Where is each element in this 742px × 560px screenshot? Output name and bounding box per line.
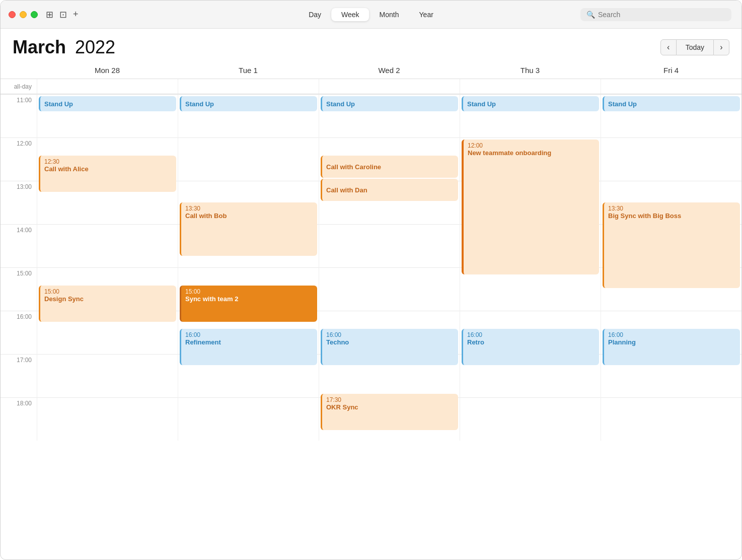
event-okr[interactable]: 17:30 OKR Sync	[321, 394, 458, 430]
mon-slot-4	[37, 224, 178, 267]
search-bar: 🔍	[580, 8, 731, 21]
time-1400: 14:00	[1, 224, 37, 267]
search-icon: 🔍	[586, 11, 595, 19]
titlebar-icons: ⊞ ⊡ +	[46, 9, 79, 20]
allday-label: all-day	[1, 79, 37, 94]
allday-thu	[460, 79, 601, 94]
close-button[interactable]	[9, 11, 16, 18]
allday-tue	[178, 79, 319, 94]
event-retro[interactable]: 16:00 Retro	[462, 329, 599, 365]
calendar-icon[interactable]: ⊞	[46, 9, 53, 20]
event-standup-fri[interactable]: Stand Up	[603, 96, 740, 111]
prev-button[interactable]: ‹	[660, 39, 677, 55]
event-bigboss[interactable]: 13:30 Big Sync with Big Boss	[603, 202, 740, 288]
allday-row: all-day	[1, 79, 741, 94]
fri-slot-8	[601, 397, 741, 441]
event-new-teammate[interactable]: 12:00 New teammate onboarding	[462, 139, 599, 274]
time-1600: 16:00	[1, 311, 37, 354]
month-label: March	[13, 37, 66, 57]
search-input[interactable]	[598, 11, 725, 19]
allday-wed	[319, 79, 460, 94]
calendar-header: March 2022 ‹ Today ›	[1, 29, 741, 62]
event-techno[interactable]: 16:00 Techno	[321, 329, 458, 365]
tab-day[interactable]: Day	[299, 8, 331, 21]
time-1100: 11:00	[1, 94, 37, 137]
wed-slot-5	[319, 267, 460, 311]
today-button[interactable]: Today	[677, 39, 713, 55]
day-column-fri: Stand Up 13:30 Big Sync with Big Boss 16…	[601, 94, 741, 441]
day-header-mon: Mon 28	[37, 62, 178, 79]
day-column-thu: Stand Up 12:00 New teammate onboarding 1…	[460, 94, 601, 441]
event-standup-wed[interactable]: Stand Up	[321, 96, 458, 111]
event-dan[interactable]: Call with Dan	[321, 179, 458, 201]
day-column-wed: Stand Up Call with Caroline Call with Da…	[319, 94, 460, 441]
day-header-wed: Wed 2	[319, 62, 460, 79]
event-sync2[interactable]: 15:00 Sync with team 2	[180, 286, 317, 322]
allday-mon	[37, 79, 178, 94]
allday-fri	[601, 79, 741, 94]
thu-slot-8	[460, 397, 601, 441]
day-headers: Mon 28 Tue 1 Wed 2 Thu 3 Fri 4	[1, 62, 741, 79]
time-grid: 11:00 12:00 13:00 14:00 15:00 16:00 17:0…	[1, 94, 741, 441]
day-header-tue: Tue 1	[178, 62, 319, 79]
time-1200: 12:00	[1, 137, 37, 181]
time-1300: 13:00	[1, 181, 37, 224]
event-standup-mon[interactable]: Stand Up	[39, 96, 176, 111]
time-column: 11:00 12:00 13:00 14:00 15:00 16:00 17:0…	[1, 94, 37, 441]
event-design-sync[interactable]: 15:00 Design Sync	[39, 286, 176, 322]
wed-slot-4	[319, 224, 460, 267]
next-button[interactable]: ›	[713, 39, 729, 55]
calendar-grid: Mon 28 Tue 1 Wed 2 Thu 3 Fri 4 all-day 1…	[1, 62, 741, 441]
maximize-button[interactable]	[31, 11, 38, 18]
add-icon[interactable]: +	[73, 9, 79, 20]
time-1800: 18:00	[1, 397, 37, 441]
tab-year[interactable]: Year	[409, 8, 443, 21]
minimize-button[interactable]	[20, 11, 27, 18]
time-1700: 17:00	[1, 354, 37, 397]
traffic-lights	[9, 11, 38, 18]
event-caroline[interactable]: Call with Caroline	[321, 156, 458, 178]
calendar-nav: ‹ Today ›	[660, 39, 729, 55]
day-header-fri: Fri 4	[601, 62, 741, 79]
event-alice[interactable]: 12:30 Call with Alice	[39, 156, 176, 192]
event-refinement[interactable]: 16:00 Refinement	[180, 329, 317, 365]
event-standup-tue[interactable]: Stand Up	[180, 96, 317, 111]
day-column-mon: Stand Up 12:30 Call with Alice 15:00 Des…	[37, 94, 178, 441]
titlebar: ⊞ ⊡ + Day Week Month Year 🔍	[1, 1, 741, 29]
tue-slot-2	[178, 137, 319, 181]
event-standup-thu[interactable]: Stand Up	[462, 96, 599, 111]
tab-month[interactable]: Month	[369, 8, 409, 21]
event-bob[interactable]: 13:30 Call with Bob	[180, 202, 317, 256]
tue-slot-8	[178, 397, 319, 441]
day-header-thu: Thu 3	[460, 62, 601, 79]
mon-slot-7	[37, 354, 178, 397]
year-label: 2022	[75, 37, 115, 57]
time-header-empty	[1, 62, 37, 79]
inbox-icon[interactable]: ⊡	[59, 9, 67, 20]
tab-week[interactable]: Week	[331, 8, 369, 21]
nav-tabs: Day Week Month Year	[299, 8, 443, 21]
event-planning[interactable]: 16:00 Planning	[603, 329, 740, 365]
fri-slot-2	[601, 137, 741, 181]
time-1500: 15:00	[1, 267, 37, 311]
page-title: March 2022	[13, 37, 115, 58]
mon-slot-8	[37, 397, 178, 441]
day-column-tue: Stand Up 13:30 Call with Bob 15:00 Sync …	[178, 94, 319, 441]
